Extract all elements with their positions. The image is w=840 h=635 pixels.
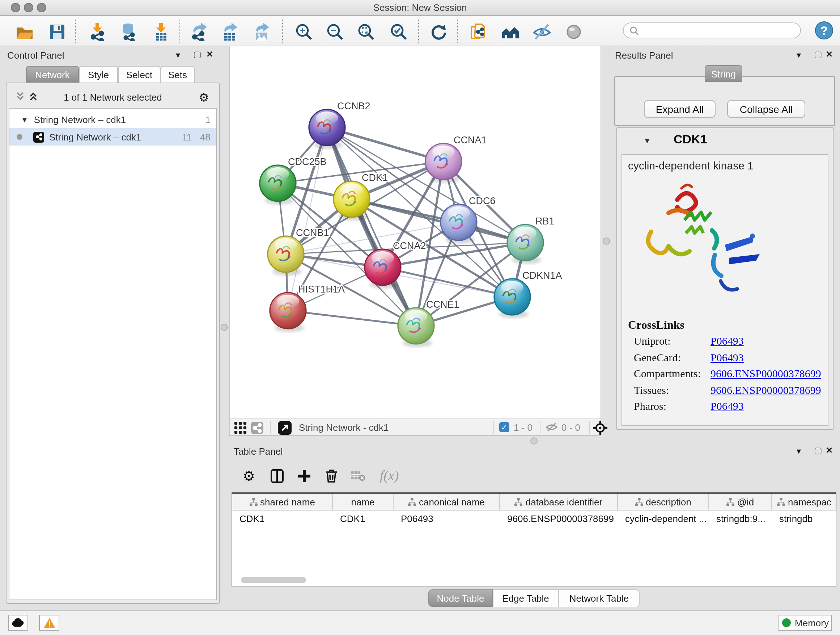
horizontal-splitter-handle[interactable]	[531, 437, 538, 445]
network-edge[interactable]	[383, 267, 512, 297]
control-panel-close-icon[interactable]: ✕	[206, 49, 213, 59]
crosslink-value-link[interactable]: P06493	[711, 352, 744, 364]
protein-structure-image	[639, 180, 780, 317]
horizontal-scrollbar[interactable]	[241, 577, 306, 583]
cloud-button[interactable]	[8, 615, 28, 631]
crosslink-value-link[interactable]: P06493	[711, 335, 744, 348]
network-canvas[interactable]: CCNB2CCNA1CDC25BCDK1CDC6RB1CCNB1CCNA2CDK…	[229, 46, 601, 419]
network-node-CCNA2[interactable]	[365, 249, 401, 288]
collapse-section-icon[interactable]: ▼	[643, 136, 651, 145]
settings-gear-icon[interactable]: ⚙	[240, 467, 257, 485]
import-network-icon[interactable]	[87, 21, 109, 43]
import-database-icon[interactable]	[118, 21, 140, 43]
show-graphics-icon[interactable]	[563, 21, 584, 43]
vertical-splitter-handle[interactable]	[221, 324, 228, 331]
network-edge[interactable]	[352, 199, 525, 242]
network-collection-row[interactable]: ▼ String Network – cdk1 1	[9, 111, 216, 128]
control-panel-float-icon[interactable]: ▢	[193, 49, 202, 59]
refresh-icon[interactable]	[428, 21, 449, 43]
home-icon[interactable]	[500, 21, 522, 43]
network-node-CCNE1[interactable]	[398, 308, 434, 347]
vertical-splitter-handle[interactable]	[603, 238, 610, 245]
export-image-icon[interactable]	[251, 21, 273, 43]
table-panel-close-icon[interactable]: ✕	[826, 445, 833, 455]
open-session-icon[interactable]	[14, 21, 35, 43]
network-node-CDC6[interactable]	[441, 204, 477, 244]
node-table[interactable]: shared namenamecanonical namedatabase id…	[232, 492, 836, 586]
column-header--id[interactable]: @id	[709, 494, 772, 510]
crosslink-value-link[interactable]: 9606.ENSP00000378699	[711, 368, 821, 380]
network-node-CDKN1A[interactable]	[494, 279, 531, 318]
network-node-CDC25B[interactable]	[260, 165, 296, 204]
tab-string[interactable]: String	[705, 65, 742, 82]
clone-network-icon[interactable]	[467, 21, 489, 43]
save-session-icon[interactable]	[46, 21, 68, 43]
table-cell[interactable]: CDK1	[232, 511, 333, 526]
collapse-all-button[interactable]: Collapse All	[727, 100, 805, 118]
warning-button[interactable]	[39, 615, 59, 631]
delete-column-icon[interactable]	[323, 467, 340, 485]
network-row-selected[interactable]: String Network – cdk1 11 48	[9, 128, 216, 146]
network-edge[interactable]	[327, 127, 416, 326]
crosslink-value-link[interactable]: P06493	[711, 401, 744, 413]
column-header-canonical-name[interactable]: canonical name	[393, 494, 500, 510]
search-field[interactable]	[623, 22, 801, 38]
column-header-namespac[interactable]: namespac	[772, 494, 837, 510]
search-input[interactable]	[639, 25, 786, 36]
tab-style[interactable]: Style	[79, 66, 118, 82]
crosslink-value-link[interactable]: 9606.ENSP00000378699	[711, 384, 821, 396]
zoom-out-icon[interactable]	[324, 21, 346, 43]
import-table-icon[interactable]	[150, 21, 172, 43]
tab-node-table[interactable]: Node Table	[428, 589, 493, 607]
columns-icon[interactable]	[268, 467, 286, 485]
tab-select[interactable]: Select	[118, 66, 161, 82]
tab-network-table[interactable]: Network Table	[559, 589, 639, 607]
fit-content-icon[interactable]	[592, 420, 608, 435]
table-cell[interactable]: cyclin-dependent ...	[618, 511, 709, 526]
open-in-window-icon[interactable]	[278, 421, 292, 434]
help-icon[interactable]: ?	[815, 21, 834, 40]
delete-table-icon[interactable]	[349, 467, 367, 485]
results-panel-collapse-icon[interactable]: ▾	[797, 50, 801, 60]
selected-checkbox-icon[interactable]: ✓	[499, 422, 509, 432]
tab-sets[interactable]: Sets	[161, 66, 195, 82]
tab-edge-table[interactable]: Edge Table	[493, 589, 559, 607]
function-builder-icon[interactable]: f(x)	[378, 467, 401, 485]
network-node-CCNB1[interactable]	[268, 236, 304, 276]
zoom-fit-icon[interactable]	[355, 21, 377, 43]
network-list-icon[interactable]	[251, 421, 264, 434]
network-node-CDK1[interactable]	[333, 181, 370, 220]
table-panel-float-icon[interactable]: ▢	[814, 445, 822, 455]
network-edge[interactable]	[288, 310, 416, 326]
network-node-CCNA1[interactable]	[425, 143, 462, 183]
table-cell[interactable]: 9606.ENSP00000378699	[500, 511, 618, 526]
zoom-selected-icon[interactable]	[388, 21, 409, 43]
results-panel-close-icon[interactable]: ✕	[826, 49, 833, 59]
export-network-icon[interactable]	[188, 21, 210, 43]
tab-network[interactable]: Network	[26, 66, 79, 82]
zoom-in-icon[interactable]	[293, 21, 315, 43]
control-panel-collapse-icon[interactable]: ▾	[176, 50, 180, 60]
add-column-icon[interactable]	[295, 467, 313, 485]
hide-graphics-icon[interactable]	[531, 21, 553, 43]
gear-icon[interactable]: ⚙	[199, 90, 209, 104]
export-table-icon[interactable]	[219, 21, 241, 43]
table-panel-collapse-icon[interactable]: ▾	[797, 446, 801, 456]
table-cell[interactable]: stringdb	[772, 511, 837, 526]
column-header-name[interactable]: name	[333, 494, 393, 510]
column-header-description[interactable]: description	[618, 494, 709, 510]
expand-all-button[interactable]: Expand All	[644, 100, 715, 118]
column-header-shared-name[interactable]: shared name	[232, 494, 333, 510]
network-graph[interactable]: CCNB2CCNA1CDC25BCDK1CDC6RB1CCNB1CCNA2CDK…	[230, 46, 600, 418]
table-cell[interactable]: P06493	[393, 511, 500, 526]
results-panel-float-icon[interactable]: ▢	[814, 49, 822, 59]
table-cell[interactable]: stringdb:9...	[709, 511, 772, 526]
network-node-RB1[interactable]	[507, 225, 543, 264]
tree-expand-icon[interactable]: ▼	[21, 116, 28, 124]
memory-button[interactable]: Memory	[778, 615, 832, 631]
hidden-eye-icon[interactable]	[546, 422, 558, 434]
column-header-database-identifier[interactable]: database identifier	[500, 494, 618, 510]
grid-view-icon[interactable]	[234, 421, 247, 434]
table-cell[interactable]: CDK1	[333, 511, 393, 526]
network-node-HIST1H1A[interactable]	[270, 293, 306, 332]
